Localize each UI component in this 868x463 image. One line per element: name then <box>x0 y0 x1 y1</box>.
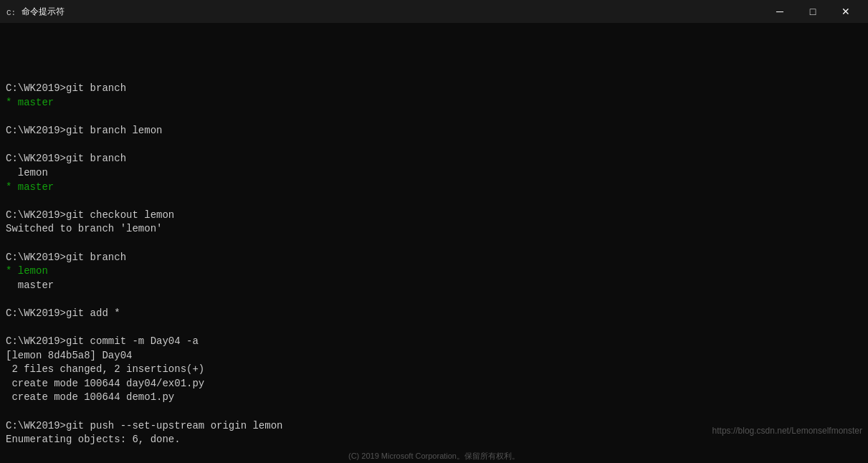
terminal-line: C:\WK2019>git add * <box>6 307 862 321</box>
terminal-line: * master <box>6 96 862 110</box>
terminal-line: Counting objects: 100% (6/6), done. <box>6 447 862 449</box>
terminal-line: [lemon 8d4b5a8] Day04 <box>6 349 862 363</box>
close-button[interactable]: ✕ <box>829 0 862 23</box>
terminal-line: lemon <box>6 166 862 181</box>
terminal-line: create mode 100644 day04/ex01.py <box>6 377 862 391</box>
bottom-bar: (C) 2019 Microsoft Corporation。保留所有权利。 <box>0 449 868 463</box>
terminal-line: 2 files changed, 2 insertions(+) <box>6 363 862 377</box>
terminal-line <box>6 110 862 125</box>
terminal-line <box>6 138 862 153</box>
terminal-line <box>6 194 862 209</box>
cmd-icon: C: <box>6 6 17 17</box>
terminal-line: C:\WK2019>git branch lemon <box>6 124 862 138</box>
terminal-content: C:\WK2019>git branch* master C:\WK2019>g… <box>6 26 862 449</box>
title-bar-left: C: 命令提示符 <box>6 6 65 18</box>
window-title: 命令提示符 <box>22 6 65 18</box>
terminal-line: C:\WK2019>git commit -m Day04 -a <box>6 335 862 349</box>
terminal-line: * master <box>6 181 862 195</box>
terminal-line: C:\WK2019>git checkout lemon <box>6 209 862 223</box>
terminal-line <box>6 405 862 419</box>
window-controls: ─ □ ✕ <box>763 0 862 23</box>
terminal-line: * lemon <box>6 264 862 279</box>
maximize-button[interactable]: □ <box>796 0 829 23</box>
terminal-line: C:\WK2019>git branch <box>6 152 862 166</box>
watermark: https://blog.csdn.net/Lemonselfmonster <box>712 426 862 436</box>
terminal-line: master <box>6 279 862 293</box>
terminal-line <box>6 292 862 307</box>
terminal-line: C:\WK2019>git branch <box>6 82 862 96</box>
bottom-text: (C) 2019 Microsoft Corporation。保留所有权利。 <box>348 451 520 462</box>
title-bar: C: 命令提示符 ─ □ ✕ <box>0 0 868 23</box>
svg-text:C:: C: <box>6 9 16 17</box>
terminal-line <box>6 237 862 251</box>
cmd-window: C: 命令提示符 ─ □ ✕ C:\WK2019>git branch* mas… <box>0 0 868 463</box>
terminal-line: create mode 100644 demo1.py <box>6 391 862 405</box>
terminal-body[interactable]: C:\WK2019>git branch* master C:\WK2019>g… <box>0 23 868 449</box>
minimize-button[interactable]: ─ <box>763 0 796 23</box>
terminal-line <box>6 68 862 82</box>
terminal-line <box>6 320 862 335</box>
terminal-line: Switched to branch 'lemon' <box>6 222 862 237</box>
terminal-line: C:\WK2019>git branch <box>6 251 862 265</box>
